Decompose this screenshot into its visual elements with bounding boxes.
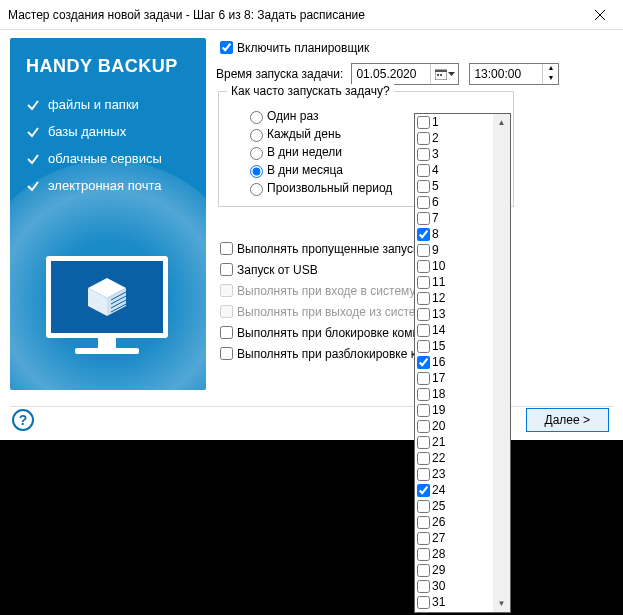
day-checkbox[interactable] [417,164,430,177]
day-checkbox[interactable] [417,292,430,305]
spin-down-icon[interactable]: ▼ [542,74,558,84]
day-checkbox[interactable] [417,564,430,577]
enable-scheduler-checkbox[interactable]: Включить планировщик [216,38,613,57]
day-checkbox[interactable] [417,260,430,273]
day-item[interactable]: 23 [415,466,493,482]
day-checkbox[interactable] [417,436,430,449]
day-item[interactable]: 4 [415,162,493,178]
day-number: 9 [432,243,439,257]
day-checkbox[interactable] [417,516,430,529]
day-checkbox[interactable] [417,212,430,225]
day-item[interactable]: 30 [415,578,493,594]
frequency-label: В дни месяца [267,163,343,177]
day-item[interactable]: 14 [415,322,493,338]
day-item[interactable]: 18 [415,386,493,402]
day-item[interactable]: 9 [415,242,493,258]
spin-up-icon[interactable]: ▲ [542,64,558,74]
day-checkbox[interactable] [417,484,430,497]
calendar-dropdown-icon[interactable] [430,64,458,84]
day-item[interactable]: 29 [415,562,493,578]
sidebar-promo: HANDY BACKUP файлы и папкибазы данныхобл… [10,38,206,390]
day-checkbox[interactable] [417,276,430,289]
day-item[interactable]: 11 [415,274,493,290]
scroll-up-button[interactable]: ▲ [493,114,510,131]
day-checkbox[interactable] [417,196,430,209]
day-checkbox[interactable] [417,340,430,353]
day-checkbox[interactable] [417,388,430,401]
day-item[interactable]: 3 [415,146,493,162]
day-item[interactable]: 26 [415,514,493,530]
day-item[interactable]: 12 [415,290,493,306]
option-usb-label: Запуск от USB [237,263,318,277]
day-item[interactable]: 8 [415,226,493,242]
day-checkbox[interactable] [417,116,430,129]
day-item[interactable]: 6 [415,194,493,210]
day-item[interactable]: 21 [415,434,493,450]
day-checkbox[interactable] [417,244,430,257]
day-item[interactable]: 5 [415,178,493,194]
day-item[interactable]: 2 [415,130,493,146]
frequency-radio[interactable] [250,111,263,124]
day-item[interactable]: 1 [415,114,493,130]
close-button[interactable] [577,0,623,30]
day-item[interactable]: 28 [415,546,493,562]
frequency-radio[interactable] [250,183,263,196]
day-checkbox[interactable] [417,532,430,545]
day-checkbox[interactable] [417,596,430,609]
days-of-month-dropdown[interactable]: 1234567891011121314151617181920212223242… [414,113,511,613]
day-item[interactable]: 17 [415,370,493,386]
day-checkbox[interactable] [417,372,430,385]
day-checkbox[interactable] [417,580,430,593]
option-unlock-input[interactable] [220,347,233,360]
day-checkbox[interactable] [417,132,430,145]
scrollbar[interactable]: ▲ ▼ [493,114,510,612]
day-item[interactable]: 24 [415,482,493,498]
next-button[interactable]: Далее > [526,408,610,432]
day-item[interactable]: 31 [415,594,493,610]
option-usb-input[interactable] [220,263,233,276]
day-checkbox[interactable] [417,324,430,337]
day-number: 30 [432,579,445,593]
day-checkbox[interactable] [417,356,430,369]
day-number: 17 [432,371,445,385]
day-checkbox[interactable] [417,548,430,561]
day-item[interactable]: 19 [415,402,493,418]
scroll-down-button[interactable]: ▼ [493,595,510,612]
day-number: 26 [432,515,445,529]
day-checkbox[interactable] [417,228,430,241]
day-checkbox[interactable] [417,308,430,321]
launch-time-label: Время запуска задачи: [216,67,343,81]
day-checkbox[interactable] [417,452,430,465]
day-item[interactable]: 27 [415,530,493,546]
wizard-window: Мастер создания новой задачи - Шаг 6 из … [0,0,623,440]
day-item[interactable]: 13 [415,306,493,322]
day-item[interactable]: 25 [415,498,493,514]
day-checkbox[interactable] [417,404,430,417]
day-number: 25 [432,499,445,513]
enable-scheduler-input[interactable] [220,41,233,54]
day-checkbox[interactable] [417,500,430,513]
date-picker[interactable]: 01.05.2020 [351,63,459,85]
day-number: 29 [432,563,445,577]
frequency-radio[interactable] [250,147,263,160]
frequency-label: Один раз [267,109,318,123]
monitor-graphic [46,256,168,364]
day-item[interactable]: 20 [415,418,493,434]
day-item[interactable]: 16 [415,354,493,370]
frequency-radio[interactable] [250,165,263,178]
help-button[interactable]: ? [12,409,34,431]
day-number: 24 [432,483,445,497]
day-checkbox[interactable] [417,180,430,193]
day-checkbox[interactable] [417,148,430,161]
frequency-radio[interactable] [250,129,263,142]
frequency-label: Произвольный период [267,181,392,195]
option-missed-input[interactable] [220,242,233,255]
day-checkbox[interactable] [417,420,430,433]
day-item[interactable]: 7 [415,210,493,226]
day-item[interactable]: 22 [415,450,493,466]
time-picker[interactable]: 13:00:00 ▲ ▼ [469,63,559,85]
option-lock-input[interactable] [220,326,233,339]
day-item[interactable]: 10 [415,258,493,274]
day-checkbox[interactable] [417,468,430,481]
day-item[interactable]: 15 [415,338,493,354]
